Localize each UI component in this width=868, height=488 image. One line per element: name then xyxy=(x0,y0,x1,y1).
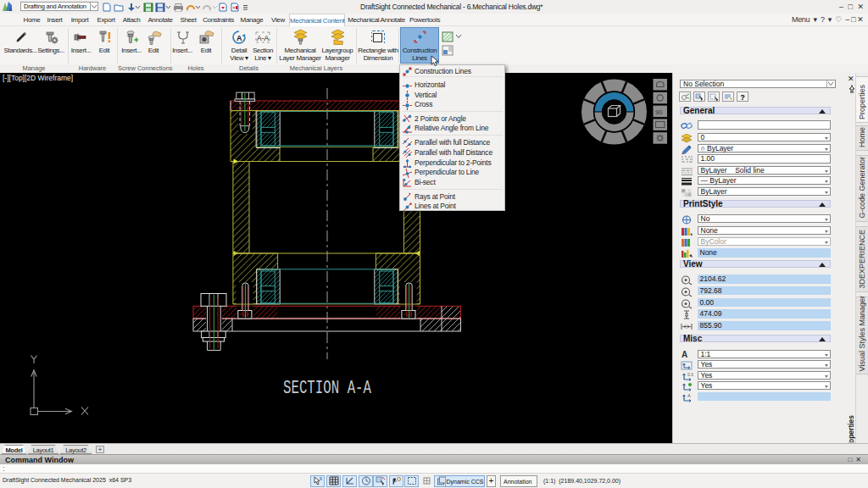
svg-text:A: A xyxy=(236,34,242,42)
svg-text:A-A: A-A xyxy=(257,34,270,42)
svg-text:A: A xyxy=(687,393,691,398)
svg-text:0.0: 0.0 xyxy=(687,372,693,377)
svg-text:SECTION A-A: SECTION A-A xyxy=(283,378,372,399)
svg-text:[-][Top][2D Wireframe]: [-][Top][2D Wireframe] xyxy=(3,74,73,82)
svg-text:90: 90 xyxy=(655,108,662,116)
